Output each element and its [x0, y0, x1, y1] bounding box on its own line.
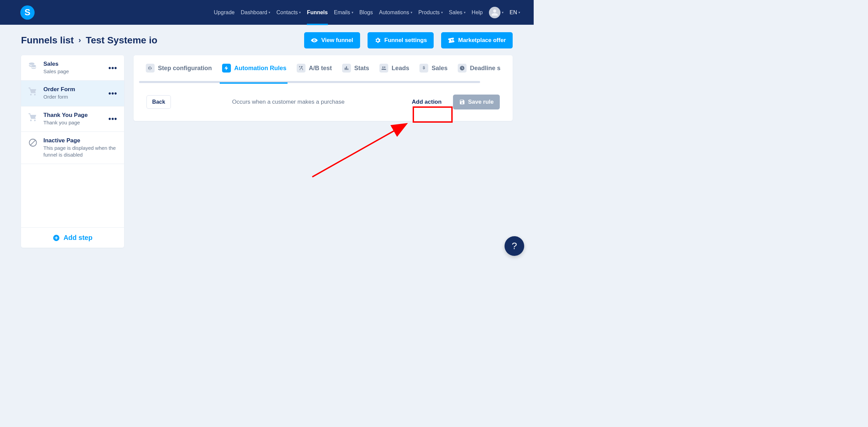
step-more-icon[interactable]: •••	[108, 91, 117, 96]
tab-sales[interactable]: Sales	[419, 61, 448, 81]
chevron-down-icon: ▾	[441, 11, 443, 14]
tab-leads[interactable]: Leads	[379, 61, 409, 81]
nav-help[interactable]: Help	[472, 0, 483, 25]
ticket-icon	[448, 37, 455, 44]
nav-upgrade[interactable]: Upgrade	[214, 0, 235, 25]
chevron-down-icon: ▾	[299, 11, 301, 14]
app-logo[interactable]: S	[20, 5, 35, 20]
breadcrumb: Funnels list › Test Systeme io	[21, 35, 157, 46]
step-title: Order Form	[43, 86, 103, 93]
marketplace-offer-button[interactable]: Marketplace offer	[441, 32, 513, 48]
help-bubble[interactable]: ?	[505, 236, 524, 256]
step-item-sales[interactable]: Sales Sales page •••	[21, 55, 124, 81]
step-more-icon[interactable]: •••	[108, 117, 117, 121]
step-subtitle: Thank you page	[43, 119, 103, 126]
breadcrumb-root[interactable]: Funnels list	[21, 35, 74, 46]
tabs-row: Step configuration Automation Rules A/B …	[134, 55, 513, 81]
nav-automations[interactable]: Automations▾	[379, 0, 412, 25]
step-subtitle: This page is displayed when the funnel i…	[43, 145, 117, 159]
user-icon	[491, 9, 498, 16]
cart-icon	[28, 87, 38, 96]
nav-funnels[interactable]: Funnels	[307, 0, 328, 25]
dollar-icon	[419, 64, 428, 73]
step-item-order-form[interactable]: Order Form Order form •••	[21, 81, 124, 106]
tabs-track	[139, 81, 507, 83]
nav-sales[interactable]: Sales▾	[449, 0, 466, 25]
chevron-down-icon: ▾	[269, 11, 270, 14]
eye-icon	[311, 37, 318, 44]
rule-description: Occurs when a customer makes a purchase	[171, 99, 406, 105]
nav-contacts[interactable]: Contacts▾	[276, 0, 301, 25]
gear-icon	[374, 37, 381, 44]
step-subtitle: Order form	[43, 94, 103, 100]
avatar	[489, 7, 500, 18]
chevron-down-icon: ▾	[518, 11, 520, 14]
step-title: Inactive Page	[43, 137, 117, 144]
nav-dashboard[interactable]: Dashboard▾	[241, 0, 270, 25]
main-panel: Step configuration Automation Rules A/B …	[134, 55, 513, 248]
step-item-thank-you[interactable]: Thank You Page Thank you page •••	[21, 106, 124, 132]
back-button[interactable]: Back	[146, 95, 171, 109]
help-icon: ?	[512, 241, 517, 251]
nav-items: Upgrade Dashboard▾ Contacts▾ Funnels Ema…	[214, 0, 520, 25]
chevron-down-icon: ▾	[352, 11, 353, 14]
step-subtitle: Sales page	[43, 68, 103, 75]
header-actions: View funnel Funnel settings Marketplace …	[304, 32, 513, 48]
add-step-button[interactable]: Add step	[21, 227, 124, 248]
users-icon	[379, 64, 388, 73]
chevron-down-icon: ▾	[502, 11, 504, 14]
cart-check-icon	[28, 113, 38, 122]
step-title: Sales	[43, 61, 103, 67]
sliders-icon	[146, 64, 155, 73]
nav-emails[interactable]: Emails▾	[334, 0, 353, 25]
tab-ab-test[interactable]: A/B test	[297, 61, 332, 81]
logo-letter: S	[24, 7, 30, 18]
top-navbar: S Upgrade Dashboard▾ Contacts▾ Funnels E…	[0, 0, 534, 25]
chevron-down-icon: ▾	[411, 11, 412, 14]
coins-icon	[28, 61, 38, 71]
language-switch[interactable]: EN▾	[510, 9, 520, 16]
add-action-button[interactable]: Add action	[406, 95, 448, 109]
plus-circle-icon	[53, 234, 60, 242]
nav-blogs[interactable]: Blogs	[359, 0, 373, 25]
bolt-icon	[222, 64, 231, 73]
steps-list: Sales Sales page ••• Order Form Order fo…	[21, 55, 124, 227]
ban-icon	[28, 138, 38, 147]
step-more-icon[interactable]: •••	[108, 66, 117, 70]
clock-icon	[458, 64, 467, 73]
tabs-card: Step configuration Automation Rules A/B …	[134, 55, 513, 121]
split-icon	[297, 64, 305, 73]
page-body: Funnels list › Test Systeme io View funn…	[0, 25, 534, 255]
tab-deadline[interactable]: Deadline s	[458, 61, 500, 81]
steps-sidebar: Sales Sales page ••• Order Form Order fo…	[21, 55, 124, 248]
view-funnel-button[interactable]: View funnel	[304, 32, 360, 48]
breadcrumb-current: Test Systeme io	[86, 35, 157, 46]
nav-products[interactable]: Products▾	[418, 0, 443, 25]
funnel-settings-button[interactable]: Funnel settings	[368, 32, 434, 48]
tab-step-config[interactable]: Step configuration	[146, 61, 212, 81]
bar-chart-icon	[342, 64, 351, 73]
chevron-down-icon: ▾	[464, 11, 466, 14]
step-item-inactive[interactable]: Inactive Page This page is displayed whe…	[21, 132, 124, 164]
tab-automation-rules[interactable]: Automation Rules	[222, 61, 287, 81]
user-menu[interactable]: ▾	[489, 7, 504, 18]
tab-stats[interactable]: Stats	[342, 61, 369, 81]
content-columns: Sales Sales page ••• Order Form Order fo…	[21, 55, 513, 248]
chevron-right-icon: ›	[79, 36, 81, 45]
step-title: Thank You Page	[43, 112, 103, 119]
rule-panel: Back Occurs when a customer makes a purc…	[134, 83, 513, 121]
save-rule-button[interactable]: Save rule	[453, 95, 500, 109]
save-icon	[459, 99, 465, 105]
page-header: Funnels list › Test Systeme io View funn…	[21, 32, 513, 48]
